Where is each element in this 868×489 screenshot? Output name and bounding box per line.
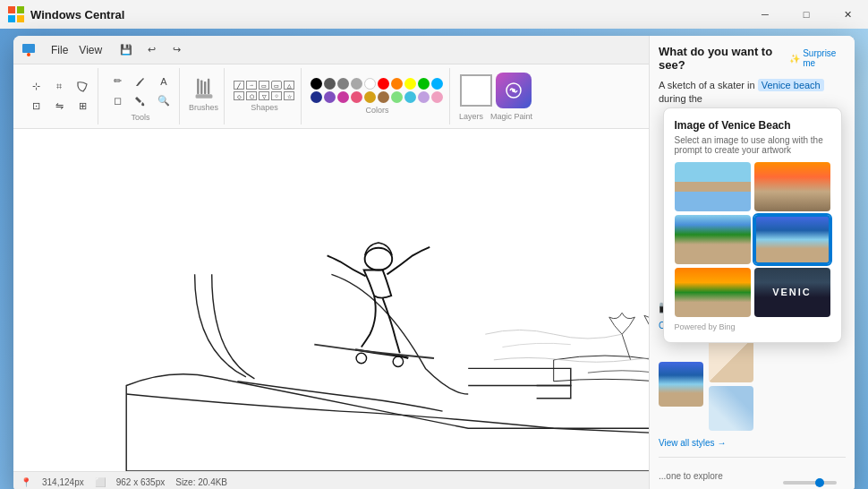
arrange-tool-btn[interactable]: ⊞ xyxy=(72,97,92,116)
undo-icon[interactable]: ↩ xyxy=(141,40,161,60)
size-value: Size: 20.4KB xyxy=(175,477,227,487)
color-white[interactable] xyxy=(364,78,376,90)
venice-image-6[interactable]: VENIC xyxy=(754,268,830,317)
eraser-tool-btn[interactable]: ◻ xyxy=(107,91,127,111)
color-lt-gray[interactable] xyxy=(351,78,362,90)
color-peach[interactable] xyxy=(431,91,443,103)
fill-tool-btn[interactable] xyxy=(131,91,150,111)
venice-image-5[interactable] xyxy=(675,268,751,317)
venice-image-1[interactable] xyxy=(675,162,751,211)
drawing-top-row: ✏ A xyxy=(107,72,174,91)
save-icon[interactable]: 💾 xyxy=(116,40,136,60)
main-area: What do you want to see? ✨ Surprise me A… xyxy=(13,129,855,471)
dimensions-value: 962 x 635px xyxy=(116,477,166,487)
color-dk-gray[interactable] xyxy=(324,78,336,90)
app-titlebar-icons xyxy=(21,42,37,58)
color-orange[interactable] xyxy=(391,78,403,90)
reference-image-preview[interactable] xyxy=(659,362,703,407)
svg-rect-2 xyxy=(8,15,15,22)
color-brown[interactable] xyxy=(378,91,389,103)
color-cyan[interactable] xyxy=(404,91,416,103)
pencil-tool-btn[interactable]: ✏ xyxy=(107,72,127,91)
status-left: 📍 314,124px ⬜ 962 x 635px Size: 20.4KB xyxy=(21,477,227,487)
zoom-slider[interactable] xyxy=(783,481,837,485)
text-tool-btn[interactable]: A xyxy=(154,72,174,91)
color-lavender[interactable] xyxy=(418,91,430,103)
color-picker-btn[interactable] xyxy=(460,74,492,107)
venice-image-4[interactable] xyxy=(754,215,830,264)
menu-file[interactable]: File xyxy=(51,44,68,56)
shape-tri1[interactable]: △ xyxy=(284,81,294,90)
style-preview-2[interactable] xyxy=(709,386,753,431)
svg-rect-8 xyxy=(204,82,206,94)
color-red[interactable] xyxy=(378,78,389,90)
view-all-styles-btn[interactable]: View all styles → xyxy=(659,438,846,448)
style-preview-1[interactable] xyxy=(709,338,753,382)
shape-rect[interactable]: ▭ xyxy=(259,81,269,90)
shape-diamond[interactable]: ◇ xyxy=(234,91,244,100)
browser-minimize-btn[interactable]: ─ xyxy=(745,0,786,29)
redo-icon[interactable]: ↪ xyxy=(166,40,186,60)
windows-logo-icon xyxy=(7,5,25,23)
magic-paint-btn[interactable] xyxy=(496,73,532,108)
color-salmon[interactable] xyxy=(351,91,362,103)
venice-image-3[interactable] xyxy=(675,215,751,264)
warp-tool-btn[interactable] xyxy=(72,77,92,97)
resize-tool-btn[interactable]: ⊡ xyxy=(26,97,46,116)
color-green[interactable] xyxy=(418,78,430,90)
color-gray[interactable] xyxy=(337,78,349,90)
venice-image-2[interactable] xyxy=(754,162,830,211)
paint-app-window: File View 💾 ↩ ↪ Classic Space ▾ ? ⚙ ✕ xyxy=(13,36,855,489)
color-blue[interactable] xyxy=(431,78,443,90)
colors-group: Colors xyxy=(305,68,450,124)
svg-rect-10 xyxy=(195,94,212,99)
svg-rect-0 xyxy=(8,6,15,13)
shape-pentagon[interactable]: ⬠ xyxy=(246,91,257,100)
shape-tri2[interactable]: ▽ xyxy=(259,91,269,100)
color-swatches-grid xyxy=(311,78,444,104)
transform-top-row: ⊹ ⌗ xyxy=(26,77,92,97)
flip-tool-btn[interactable]: ⇋ xyxy=(49,97,69,116)
shape-arrow[interactable]: → xyxy=(246,81,257,90)
layers-label: Layers xyxy=(459,112,483,121)
shape-star[interactable]: ☆ xyxy=(284,91,294,100)
color-lt-green[interactable] xyxy=(391,91,403,103)
style-previews xyxy=(709,338,753,431)
position-value: 314,124px xyxy=(42,477,84,487)
color-black[interactable] xyxy=(311,78,322,90)
shapes-grid: ╱ → ▭ ▭ △ ◇ ⬠ ▽ ○ ☆ xyxy=(234,81,295,101)
zoom-tool-btn[interactable]: 🔍 xyxy=(154,91,174,111)
browser-titlebar: Windows Central ─ □ ✕ xyxy=(0,0,868,29)
brush-tool-btn[interactable] xyxy=(131,72,150,91)
app-titlebar-left: File View 💾 ↩ ↪ xyxy=(21,40,186,60)
warp-icon xyxy=(76,81,89,93)
explore-area: ...one to explore xyxy=(659,467,846,471)
quick-access-icons: 💾 ↩ ↪ xyxy=(116,40,186,60)
app-menu: File View xyxy=(51,44,102,56)
shape-circle[interactable]: ○ xyxy=(271,91,282,100)
crop-tool-btn[interactable]: ⌗ xyxy=(49,77,69,97)
ai-panel: What do you want to see? ✨ Surprise me A… xyxy=(649,129,855,471)
color-navy[interactable] xyxy=(311,91,322,103)
brushes-label: Brushes xyxy=(189,103,218,112)
color-gold[interactable] xyxy=(364,91,376,103)
color-yellow[interactable] xyxy=(404,78,416,90)
shape-line[interactable]: ╱ xyxy=(234,81,244,90)
tools-label: Tools xyxy=(131,113,149,122)
shapes-group: ╱ → ▭ ▭ △ ◇ ⬠ ▽ ○ ☆ Shapes xyxy=(228,68,302,124)
divider-1 xyxy=(659,457,846,458)
color-pink[interactable] xyxy=(337,91,349,103)
svg-rect-4 xyxy=(22,44,35,53)
color-purple[interactable] xyxy=(324,91,336,103)
shape-rounded-rect[interactable]: ▭ xyxy=(271,81,282,90)
browser-close-btn[interactable]: ✕ xyxy=(827,0,868,29)
move-tool-btn[interactable]: ⊹ xyxy=(26,77,46,97)
zoom-thumb xyxy=(815,478,824,487)
brushes-btn[interactable] xyxy=(194,82,214,101)
magic-paint-label: Magic Paint xyxy=(490,112,532,121)
brushes-group: Brushes xyxy=(183,68,225,124)
menu-view[interactable]: View xyxy=(79,44,102,56)
browser-window-controls: ─ □ ✕ xyxy=(745,0,868,29)
shapes-label: Shapes xyxy=(251,103,278,112)
browser-maximize-btn[interactable]: □ xyxy=(786,0,827,29)
